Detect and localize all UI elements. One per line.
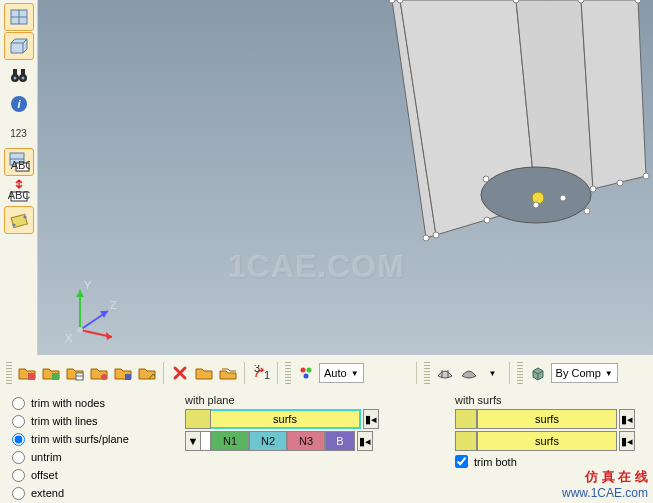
svg-rect-9 xyxy=(21,69,25,75)
tool-abc-grid[interactable]: ABC xyxy=(4,148,34,176)
n3-selector[interactable]: N3 xyxy=(287,431,325,451)
tool-abc-arrow[interactable]: ABC xyxy=(4,177,34,205)
tool-measure-icon[interactable] xyxy=(4,206,34,234)
radio-untrim[interactable]: untrim xyxy=(12,448,172,466)
surfs-switch-icon[interactable]: ▮◂ xyxy=(363,409,379,429)
left-toolbar: i 123 ABC ABC xyxy=(0,0,38,355)
toolbar-grip-icon xyxy=(517,362,523,384)
svg-point-44 xyxy=(513,0,519,3)
toolbar-grip-icon xyxy=(285,362,291,384)
surfs-toggle[interactable] xyxy=(185,409,211,429)
svg-text:Y: Y xyxy=(84,279,92,291)
svg-text:3: 3 xyxy=(254,365,260,374)
radio-trim-nodes[interactable]: trim with nodes xyxy=(12,394,172,412)
svg-point-10 xyxy=(13,77,16,80)
toolbar-grip-icon xyxy=(424,362,430,384)
svg-point-34 xyxy=(423,235,429,241)
svg-point-68 xyxy=(307,368,312,373)
axes-triad: X Y Z xyxy=(50,275,130,345)
plane-dropdown[interactable]: ▼ xyxy=(185,431,201,451)
svg-marker-53 xyxy=(76,290,84,297)
svg-point-48 xyxy=(584,208,590,214)
svg-point-67 xyxy=(301,368,306,373)
rgb-dots-icon[interactable] xyxy=(295,362,317,384)
auto-label: Auto xyxy=(324,367,347,379)
toolbar-grip-icon xyxy=(6,362,12,384)
svg-point-41 xyxy=(643,173,649,179)
shade-solid-icon[interactable] xyxy=(458,362,480,384)
svg-point-35 xyxy=(433,232,439,238)
svg-text:Z: Z xyxy=(110,299,117,311)
svg-text:ABC: ABC xyxy=(10,159,29,171)
credit: 仿 真 在 线 www.1CAE.com xyxy=(562,468,648,500)
svg-point-40 xyxy=(617,180,623,186)
watermark: 1CAE.COM xyxy=(228,248,405,285)
tool-info-icon[interactable]: i xyxy=(4,90,34,118)
shade-dropdown-icon[interactable]: ▼ xyxy=(482,362,504,384)
n2-selector[interactable]: N2 xyxy=(249,431,287,451)
svg-point-46 xyxy=(635,0,641,3)
surfs-switch-icon-2b[interactable]: ▮◂ xyxy=(619,431,635,451)
cube-icon[interactable] xyxy=(527,362,549,384)
radio-trim-surfs-plane[interactable]: trim with surfs/plane xyxy=(12,430,172,448)
svg-rect-8 xyxy=(13,69,17,75)
folder-green-icon[interactable] xyxy=(40,362,62,384)
svg-point-22 xyxy=(23,216,26,219)
main-toolbar: 123 Auto ▼ ▼ By Comp ▼ xyxy=(0,358,653,388)
trim-both-checkbox[interactable]: trim both xyxy=(455,455,650,468)
svg-rect-59 xyxy=(28,373,35,380)
svg-point-69 xyxy=(304,374,309,379)
svg-marker-26 xyxy=(581,0,646,189)
with-surfs-title: with surfs xyxy=(455,394,650,406)
folder-save-icon[interactable] xyxy=(112,362,134,384)
folder-shared-icon[interactable] xyxy=(193,362,215,384)
svg-point-39 xyxy=(590,186,596,192)
svg-point-47 xyxy=(483,176,489,182)
with-plane-title: with plane xyxy=(185,394,445,406)
folder-node-icon[interactable] xyxy=(88,362,110,384)
folder-stack-icon[interactable] xyxy=(217,362,239,384)
b-selector[interactable]: B xyxy=(325,431,355,451)
svg-point-11 xyxy=(21,77,24,80)
svg-point-58 xyxy=(77,327,83,333)
surfs-selector[interactable]: surfs xyxy=(211,409,361,429)
tool-grid3d[interactable] xyxy=(4,32,34,60)
folder-grid-icon[interactable] xyxy=(64,362,86,384)
plane-switch-icon[interactable]: ▮◂ xyxy=(357,431,373,451)
svg-text:X: X xyxy=(65,332,73,344)
svg-rect-64 xyxy=(125,374,131,380)
folder-arrow-icon[interactable] xyxy=(136,362,158,384)
tool-numbers[interactable]: 123 xyxy=(4,119,34,147)
svg-text:ABC: ABC xyxy=(8,189,30,201)
bycomp-dropdown[interactable]: By Comp ▼ xyxy=(551,363,618,383)
tool-binoculars-icon[interactable] xyxy=(4,61,34,89)
svg-point-45 xyxy=(578,0,584,3)
svg-point-42 xyxy=(389,0,395,3)
trim-panel: trim with nodes trim with lines trim wit… xyxy=(0,388,653,503)
svg-point-63 xyxy=(101,374,107,380)
surfs-selector-2b[interactable]: surfs xyxy=(477,431,617,451)
surfs-toggle-2b[interactable] xyxy=(455,431,477,451)
surfs-selector-2a[interactable]: surfs xyxy=(477,409,617,429)
radio-offset[interactable]: offset xyxy=(12,466,172,484)
svg-point-38 xyxy=(560,195,566,201)
svg-text:12: 12 xyxy=(264,369,270,381)
svg-point-37 xyxy=(533,202,539,208)
auto-dropdown[interactable]: Auto ▼ xyxy=(319,363,364,383)
surfs-switch-icon-2a[interactable]: ▮◂ xyxy=(619,409,635,429)
shade-wire-icon[interactable] xyxy=(434,362,456,384)
surfs-toggle-2a[interactable] xyxy=(455,409,477,429)
folder-red-icon[interactable] xyxy=(16,362,38,384)
svg-point-21 xyxy=(12,224,15,227)
viewport-3d[interactable]: 1CAE.COM X Y Z xyxy=(38,0,653,355)
bycomp-label: By Comp xyxy=(556,367,601,379)
svg-point-43 xyxy=(397,0,403,3)
delete-x-icon[interactable] xyxy=(169,362,191,384)
renumber-icon[interactable]: 123 xyxy=(250,362,272,384)
svg-point-36 xyxy=(484,217,490,223)
svg-rect-60 xyxy=(52,373,59,380)
radio-extend[interactable]: extend xyxy=(12,484,172,502)
radio-trim-lines[interactable]: trim with lines xyxy=(12,412,172,430)
tool-grid[interactable] xyxy=(4,3,34,31)
n1-selector[interactable]: N1 xyxy=(211,431,249,451)
